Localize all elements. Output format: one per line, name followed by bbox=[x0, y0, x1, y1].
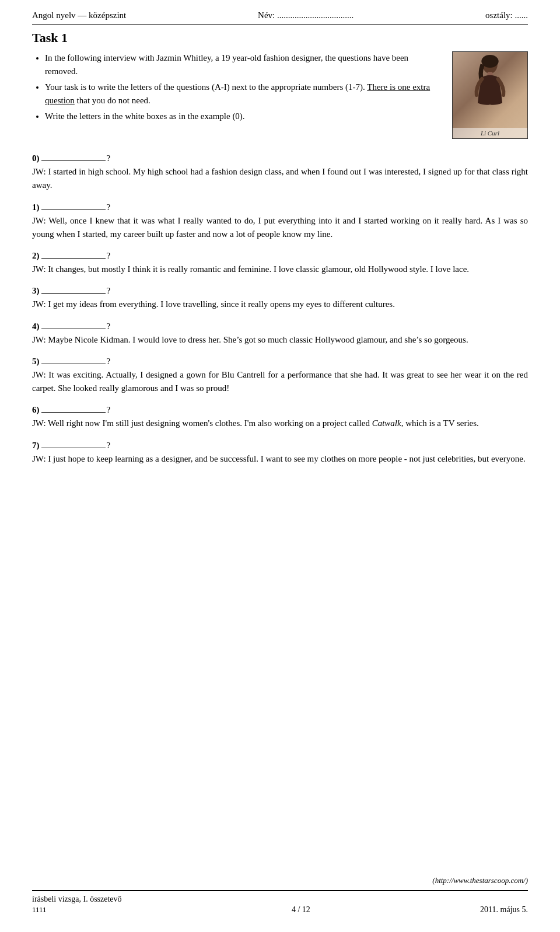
footer-page-number: 4 / 12 bbox=[292, 905, 310, 914]
source-citation: (http://www.thestarscoop.com/) bbox=[32, 876, 528, 885]
footer-left: írásbeli vizsga, I. összetevő 1111 bbox=[32, 895, 122, 914]
qa-answer-1: JW: Well, once I knew that it was what I… bbox=[32, 214, 528, 242]
intro-section: In the following interview with Jazmin W… bbox=[32, 51, 528, 139]
qa-section: 0) ? JW: I started in high school. My hi… bbox=[32, 152, 528, 871]
underline-phrase: There is one extra question bbox=[45, 82, 430, 105]
qa-qmark-5: ? bbox=[107, 357, 111, 366]
intro-bullets-list: In the following interview with Jazmin W… bbox=[32, 51, 442, 123]
qa-number-line-3: 3) ? bbox=[32, 284, 528, 296]
qa-blank-0 bbox=[41, 152, 106, 161]
qa-blank-4 bbox=[41, 320, 106, 329]
qa-answer-5: JW: It was exciting. Actually, I designe… bbox=[32, 368, 528, 396]
photo-box: Li Curl bbox=[452, 51, 528, 139]
task-title: Task 1 bbox=[32, 30, 528, 46]
page: Angol nyelv — középszint Név: ..........… bbox=[0, 0, 560, 932]
qa-qmark-3: ? bbox=[107, 286, 111, 296]
qa-number-line-1: 1) ? bbox=[32, 201, 528, 212]
intro-bullet-1: In the following interview with Jazmin W… bbox=[45, 51, 442, 78]
qa-item-5: 5) ? JW: It was exciting. Actually, I de… bbox=[32, 355, 528, 396]
qa-qmark-7: ? bbox=[107, 441, 111, 451]
header-class-field: osztály: ...... bbox=[485, 11, 528, 20]
qa-number-line-6: 6) ? bbox=[32, 403, 528, 415]
qa-answer-6: JW: Well right now I'm still just design… bbox=[32, 417, 528, 430]
footer-date: 2011. május 5. bbox=[480, 905, 528, 914]
qa-answer-2: JW: It changes, but mostly I think it is… bbox=[32, 263, 528, 276]
qa-number-1: 1) bbox=[32, 203, 40, 212]
qa-item-7: 7) ? JW: I just hope to keep learning as… bbox=[32, 439, 528, 466]
qa-item-4: 4) ? JW: Maybe Nicole Kidman. I would lo… bbox=[32, 320, 528, 347]
qa-number-2: 2) bbox=[32, 251, 40, 261]
qa-qmark-1: ? bbox=[107, 203, 111, 212]
footer-code: 1111 bbox=[32, 905, 122, 914]
intro-bullet-3: Write the letters in the white boxes as … bbox=[45, 110, 442, 123]
qa-item-6: 6) ? JW: Well right now I'm still just d… bbox=[32, 403, 528, 430]
qa-blank-2 bbox=[41, 249, 106, 259]
qa-answer-7: JW: I just hope to keep learning as a de… bbox=[32, 452, 528, 466]
qa-answer-0: JW: I started in high school. My high sc… bbox=[32, 165, 528, 193]
person-silhouette bbox=[470, 55, 510, 119]
qa-number-line-5: 5) ? bbox=[32, 355, 528, 366]
header-subject: Angol nyelv — középszint bbox=[32, 11, 126, 20]
catwalk-italic: Catwalk bbox=[372, 418, 401, 428]
qa-blank-1 bbox=[41, 201, 106, 210]
qa-number-6: 6) bbox=[32, 405, 40, 415]
qa-answer-4: JW: Maybe Nicole Kidman. I would love to… bbox=[32, 333, 528, 347]
qa-item-1: 1) ? JW: Well, once I knew that it was w… bbox=[32, 201, 528, 242]
intro-text: In the following interview with Jazmin W… bbox=[32, 51, 452, 126]
qa-blank-7 bbox=[41, 439, 106, 448]
qa-item-3: 3) ? JW: I get my ideas from everything.… bbox=[32, 284, 528, 311]
qa-blank-5 bbox=[41, 355, 106, 364]
photo-placeholder: Li Curl bbox=[453, 52, 527, 138]
footer-exam-label: írásbeli vizsga, I. összetevő bbox=[32, 895, 122, 904]
qa-blank-3 bbox=[41, 284, 106, 294]
qa-qmark-0: ? bbox=[107, 153, 111, 163]
qa-blank-6 bbox=[41, 403, 106, 413]
qa-qmark-2: ? bbox=[107, 251, 111, 261]
qa-number-0: 0) bbox=[32, 153, 40, 163]
qa-number-line-2: 2) ? bbox=[32, 249, 528, 261]
qa-number-line-7: 7) ? bbox=[32, 439, 528, 451]
qa-number-3: 3) bbox=[32, 286, 40, 296]
qa-item-0: 0) ? JW: I started in high school. My hi… bbox=[32, 152, 528, 193]
qa-number-4: 4) bbox=[32, 322, 40, 331]
header-name-field: Név: ................................... bbox=[126, 11, 485, 20]
qa-number-7: 7) bbox=[32, 441, 40, 451]
qa-qmark-6: ? bbox=[107, 405, 111, 415]
qa-number-line-4: 4) ? bbox=[32, 320, 528, 331]
qa-qmark-4: ? bbox=[107, 322, 111, 331]
photo-caption: Li Curl bbox=[453, 128, 527, 138]
qa-item-2: 2) ? JW: It changes, but mostly I think … bbox=[32, 249, 528, 276]
qa-number-5: 5) bbox=[32, 357, 40, 366]
page-footer: írásbeli vizsga, I. összetevő 1111 4 / 1… bbox=[32, 891, 528, 914]
intro-bullet-2: Your task is to write the letters of the… bbox=[45, 81, 442, 107]
qa-answer-3: JW: I get my ideas from everything. I lo… bbox=[32, 298, 528, 311]
page-header: Angol nyelv — középszint Név: ..........… bbox=[32, 11, 528, 25]
qa-number-line-0: 0) ? bbox=[32, 152, 528, 163]
